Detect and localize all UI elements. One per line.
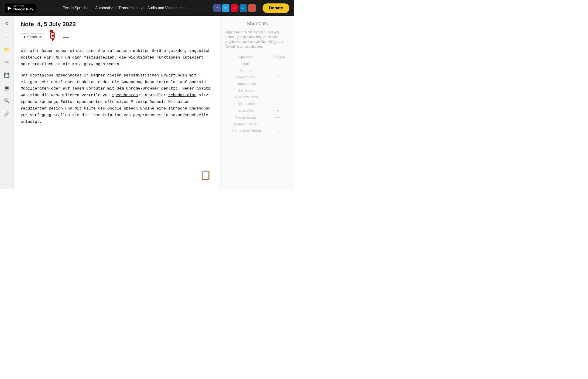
shortcut-row: Punkt.: [225, 60, 289, 67]
shortcut-einfuegen: ↵: [267, 107, 289, 114]
linkedin-icon[interactable]: in: [240, 4, 247, 12]
shortcut-sprechen: Punkt: [225, 60, 267, 67]
shortcut-einfuegen: -: [267, 100, 289, 107]
note-text: Wir alle haben schon einmal eine App auf…: [21, 48, 214, 125]
shortcut-row: Bindestrich-: [225, 100, 289, 107]
speechnotes-link-2[interactable]: speechnotes: [112, 93, 138, 97]
minus-button[interactable]: —: [63, 34, 69, 40]
badge-text: GET IT ON Google Play: [13, 5, 33, 12]
google-play-badge[interactable]: ▶ GET IT ON Google Play: [5, 3, 36, 13]
play-icon: ▶: [8, 5, 12, 11]
shortcut-sprechen: Neuer Absatz: [225, 114, 267, 121]
nav-text-in-sprache[interactable]: Text in Sprache: [63, 6, 88, 10]
shortcut-einfuegen: !: [267, 94, 289, 100]
tip-box: Tipp: Während Sie diktieren, drücken Ent…: [225, 30, 289, 49]
shortcut-einfuegen: .: [267, 60, 289, 67]
shortcut-row: Klammer öffnen[: [225, 121, 289, 127]
save-icon[interactable]: 💾: [3, 71, 11, 79]
shortcut-sprechen: Klammer schließen: [225, 127, 267, 134]
settings-icon[interactable]: ⚙: [3, 19, 11, 28]
col-header-einfuegen: Einfügen: [267, 54, 289, 60]
donate-button[interactable]: Donate: [262, 3, 289, 13]
shortcut-sprechen: Bindestrich: [225, 100, 267, 107]
shortcut-row: Neuer Absatz↵↵: [225, 114, 289, 121]
rehadat-elan-link[interactable]: rehadat-elan: [168, 93, 196, 97]
google-play-label: Google Play: [13, 7, 33, 11]
left-sidebar: ⚙ 📄 📁 ✉ 💾 💻 🔍 🔎: [0, 16, 14, 190]
spracherkennungs-link[interactable]: spracherkennungs: [21, 100, 58, 104]
mic-recording-dot: [50, 30, 53, 33]
right-panel: Shortcuts Tipp: Während Sie diktieren, d…: [221, 16, 294, 190]
shortcut-row: Neue Zeile↵: [225, 107, 289, 114]
shortcut-row: Komma,: [225, 67, 289, 74]
twitter-icon[interactable]: t: [222, 4, 229, 12]
microphone-icon[interactable]: 🎙: [48, 31, 59, 43]
tip-label: Tipp:: [225, 30, 233, 34]
shortcut-einfuegen: ;: [267, 87, 289, 94]
shortcuts-title: Shortcuts: [225, 21, 289, 27]
header-nav: Text in Sprache Automatische Transkripti…: [43, 6, 207, 10]
shortcut-einfuegen: [: [267, 121, 289, 127]
shortcut-einfuegen: ?: [267, 74, 289, 80]
zoom-out-icon[interactable]: 🔎: [3, 110, 11, 118]
shortcut-einfuegen: ,: [267, 67, 289, 74]
shortcut-row: Semikolon;: [225, 87, 289, 94]
shortcut-row: Klammer schließen]: [225, 127, 289, 134]
shortcut-row: Ausrufezeichen!: [225, 94, 289, 100]
facebook-icon[interactable]: f: [213, 4, 221, 12]
folder-icon[interactable]: 📁: [3, 45, 11, 53]
paragraph-2: Das kostenlose speechnotes in Gegner die…: [21, 72, 214, 125]
shortcut-row: Fragezeichen?: [225, 74, 289, 80]
email-icon[interactable]: ✉: [3, 58, 11, 66]
speechnotes-link-3[interactable]: speechnotes: [77, 100, 103, 104]
shortcut-einfuegen: :: [267, 80, 289, 87]
speechnotes-link-1[interactable]: speechnotes: [56, 73, 82, 78]
main-container: ⚙ 📄 📁 ✉ 💾 💻 🔍 🔎 Note_4, 5 July 2022 Deut…: [0, 16, 294, 190]
shortcut-einfuegen: ↵↵: [267, 114, 289, 121]
tip-text: Während Sie diktieren, drücken Enter↵ (a…: [225, 30, 284, 48]
googleplus-icon[interactable]: +: [248, 4, 256, 12]
laptop-icon[interactable]: 💻: [3, 84, 11, 92]
new-note-icon[interactable]: 📄: [3, 32, 11, 41]
get-it-on-label: GET IT ON: [13, 5, 33, 7]
language-select[interactable]: Deutsch: [21, 33, 44, 40]
shortcuts-table: Sprechen Einfügen Punkt.Komma,Fragezeich…: [225, 54, 289, 134]
shortcut-sprechen: Neue Zeile: [225, 107, 267, 114]
shortcut-sprechen: Semikolon: [225, 87, 267, 94]
header: ▶ GET IT ON Google Play Text in Sprache …: [0, 0, 294, 16]
shortcut-row: Doppelpunkt:: [225, 80, 289, 87]
language-bar: Deutsch 🎙 —: [21, 31, 214, 43]
pinterest-icon[interactable]: P: [231, 4, 238, 12]
shortcut-sprechen: Klammer öffnen: [225, 121, 267, 127]
shortcut-sprechen: Fragezeichen: [225, 74, 267, 80]
content-area: Note_4, 5 July 2022 Deutsch 🎙 — Wir alle…: [14, 16, 221, 190]
social-icons: f t P in +: [213, 4, 256, 12]
speech-link[interactable]: speech: [124, 106, 138, 111]
mic-container[interactable]: 🎙: [48, 31, 59, 43]
col-header-sprechen: Sprechen: [225, 54, 267, 60]
shortcut-sprechen: Doppelpunkt: [225, 80, 267, 87]
nav-transkription[interactable]: Automatische Transkription von Audio-und…: [95, 6, 186, 10]
shortcut-sprechen: Ausrufezeichen: [225, 94, 267, 100]
note-title: Note_4, 5 July 2022: [21, 21, 214, 28]
paragraph-1: Wir alle haben schon einmal eine App auf…: [21, 48, 214, 68]
copy-icon[interactable]: 📋: [200, 169, 211, 180]
shortcut-einfuegen: ]: [267, 127, 289, 134]
zoom-in-icon[interactable]: 🔍: [3, 97, 11, 105]
shortcut-sprechen: Komma: [225, 67, 267, 74]
